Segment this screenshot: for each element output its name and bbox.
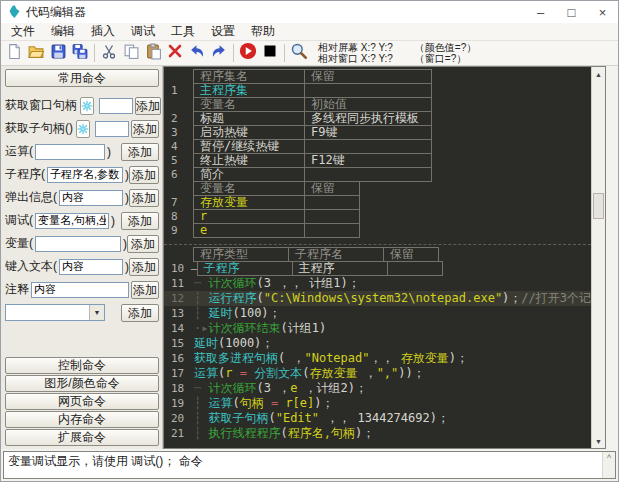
command-label: 键入文本( — [5, 258, 57, 275]
app-icon — [8, 5, 21, 19]
editor-line-14[interactable]: 14·▸计次循环结束(计组1) — [164, 321, 591, 336]
command-row-6: 变量()添加 — [5, 233, 159, 254]
code-text: ┆ 运行程序("C:\Windows\system32\notepad.exe"… — [194, 291, 591, 306]
editor-line-15[interactable]: 15延时(1000)； — [164, 336, 591, 351]
new-file-button[interactable] — [3, 42, 25, 64]
editor-line-3[interactable]: 3启动热键F9键 — [164, 125, 591, 140]
command-input-4[interactable] — [59, 190, 123, 206]
add-button-9[interactable]: 添加 — [121, 304, 159, 322]
close-button[interactable]: × — [587, 1, 618, 23]
category-button-1[interactable]: 图形/颜色命令 — [5, 375, 159, 392]
scrollbar-up-arrow[interactable]: ▲ — [592, 67, 605, 81]
editor-line-8[interactable]: 8r — [164, 209, 591, 224]
undo-icon — [188, 43, 206, 64]
redo-button[interactable] — [208, 42, 230, 64]
line-number: 10 – — [164, 261, 198, 276]
new-file-icon — [6, 43, 23, 64]
code-text: ·▸计次循环结束(计组1) — [194, 321, 326, 336]
cut-button[interactable] — [98, 42, 120, 64]
editor-line-header[interactable]: 程序集名保留 — [164, 69, 591, 84]
command-rows: 获取窗口句柄添加获取子句柄()添加运算()添加子程序()添加弹出信息()添加调试… — [5, 93, 159, 325]
table-cell: 变量名 — [193, 97, 305, 112]
editor-line-1[interactable]: 1主程序集 — [164, 83, 591, 98]
editor-line-header[interactable]: 变量名保留 — [164, 181, 591, 196]
add-button-1[interactable]: 添加 — [131, 120, 159, 138]
scrollbar-track[interactable] — [592, 81, 605, 434]
command-input-6[interactable] — [35, 236, 121, 252]
editor-line-12[interactable]: 12┆ 运行程序("C:\Windows\system32\notepad.ex… — [164, 291, 591, 306]
status-scrollbar[interactable]: ^ — [602, 452, 615, 478]
menu-item-1[interactable]: 编辑 — [43, 23, 83, 40]
command-label: 子程序( — [5, 166, 45, 183]
menu-item-3[interactable]: 调试 — [123, 23, 163, 40]
pick-target-button[interactable] — [80, 97, 94, 115]
editor-line-11[interactable]: 11┄ 计次循环(3 ，， 计组1)； — [164, 276, 591, 291]
copy-button[interactable] — [120, 42, 142, 64]
add-button-8[interactable]: 添加 — [131, 281, 159, 299]
save-button[interactable] — [47, 42, 69, 64]
category-button-2[interactable]: 网页命令 — [5, 393, 159, 410]
category-button-4[interactable]: 扩展命令 — [5, 429, 159, 446]
editor-line-19[interactable]: 19┆ 运算(句柄 = r[e])； — [164, 396, 591, 411]
code-editor[interactable]: 程序集名保留1主程序集变量名初始值2标题多线程同步执行模板3启动热键F9键4暂停… — [163, 66, 606, 449]
run-button[interactable] — [237, 42, 259, 64]
code-text: ┆ 延时(100)； — [194, 306, 281, 321]
command-input-3[interactable] — [47, 167, 123, 183]
menu-item-2[interactable]: 插入 — [83, 23, 123, 40]
scrollbar-thumb[interactable] — [593, 193, 604, 219]
delete-button[interactable] — [164, 42, 186, 64]
editor-line-16[interactable]: 16获取多进程句柄( ，"Notepad"，， 存放变量)； — [164, 351, 591, 366]
debug-output-area[interactable]: 变量调试显示，请使用 调试()； 命令 ^ — [3, 451, 616, 479]
menu-item-0[interactable]: 文件 — [3, 23, 43, 40]
command-row-3: 子程序()添加 — [5, 164, 159, 185]
maximize-button[interactable]: □ — [556, 1, 587, 23]
menu-item-5[interactable]: 设置 — [203, 23, 243, 40]
category-button-3[interactable]: 内存命令 — [5, 411, 159, 428]
command-input-2[interactable] — [35, 144, 105, 160]
editor-line-20[interactable]: 20┆ 获取子句柄("Edit" ，， 1344274692)； — [164, 411, 591, 426]
category-button-0[interactable]: 控制命令 — [5, 357, 159, 374]
command-dropdown[interactable]: ▼ — [5, 304, 105, 321]
editor-line-21[interactable]: 21┆ 执行线程程序(程序名,句柄)； — [164, 426, 591, 441]
undo-button[interactable] — [186, 42, 208, 64]
command-input-0[interactable] — [99, 98, 133, 114]
command-input-7[interactable] — [59, 259, 123, 275]
command-row-0: 获取窗口句柄添加 — [5, 95, 159, 116]
editor-line-5[interactable]: 5终止热键F12键 — [164, 153, 591, 168]
add-button-0[interactable]: 添加 — [135, 97, 161, 115]
stop-button[interactable] — [259, 42, 281, 64]
add-button-7[interactable]: 添加 — [129, 258, 159, 276]
command-input-8[interactable] — [31, 282, 129, 298]
editor-line-18[interactable]: 18┄ 计次循环(3 ，e ，计组2)； — [164, 381, 591, 396]
common-commands-button[interactable]: 常用命令 — [5, 69, 159, 87]
add-button-5[interactable]: 添加 — [121, 212, 159, 230]
add-button-3[interactable]: 添加 — [129, 166, 159, 184]
table-cell — [304, 139, 432, 154]
command-row-4: 弹出信息()添加 — [5, 187, 159, 208]
add-button-4[interactable]: 添加 — [129, 189, 159, 207]
editor-line-4[interactable]: 4暂停/继续热键 — [164, 139, 591, 154]
editor-line-6[interactable]: 6简介 — [164, 167, 591, 182]
editor-vertical-scrollbar[interactable]: ▲ ▼ — [591, 67, 605, 448]
editor-line-header[interactable]: 程序类型子程序名保留 — [164, 247, 591, 262]
editor-line-10[interactable]: 10 –子程序主程序 — [164, 261, 591, 276]
editor-line-header[interactable]: 变量名初始值 — [164, 97, 591, 112]
find-button[interactable] — [288, 42, 310, 64]
editor-line-2[interactable]: 2标题多线程同步执行模板 — [164, 111, 591, 126]
minimize-button[interactable]: – — [525, 1, 556, 23]
add-button-6[interactable]: 添加 — [127, 235, 159, 253]
open-folder-button[interactable] — [25, 42, 47, 64]
paste-button[interactable] — [142, 42, 164, 64]
menu-item-6[interactable]: 帮助 — [243, 23, 283, 40]
command-input-1[interactable] — [95, 121, 129, 137]
command-input-5[interactable] — [35, 213, 109, 229]
editor-line-9[interactable]: 9e — [164, 223, 591, 238]
editor-line-7[interactable]: 7存放变量 — [164, 195, 591, 210]
pick-target-button[interactable] — [76, 120, 90, 138]
menu-item-4[interactable]: 工具 — [163, 23, 203, 40]
editor-line-17[interactable]: 17运算(r = 分割文本(存放变量 ，","))； — [164, 366, 591, 381]
scrollbar-down-arrow[interactable]: ▼ — [592, 434, 605, 448]
add-button-2[interactable]: 添加 — [121, 143, 159, 161]
save-all-button[interactable] — [69, 42, 91, 64]
editor-line-13[interactable]: 13┆ 延时(100)； — [164, 306, 591, 321]
